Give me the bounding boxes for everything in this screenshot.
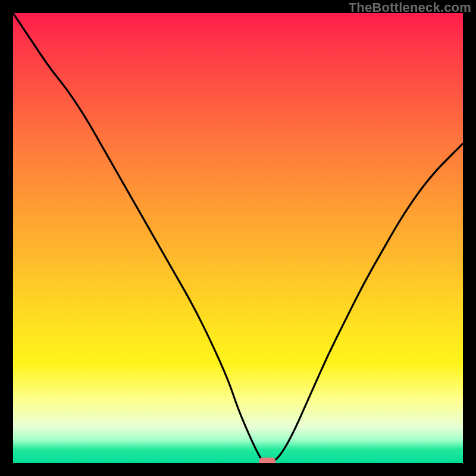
bottleneck-curve — [13, 13, 463, 463]
plot-area — [13, 13, 463, 463]
bottleneck-chart — [13, 13, 463, 463]
chart-frame: TheBottleneck.com — [0, 0, 476, 476]
optimum-marker — [259, 458, 275, 463]
